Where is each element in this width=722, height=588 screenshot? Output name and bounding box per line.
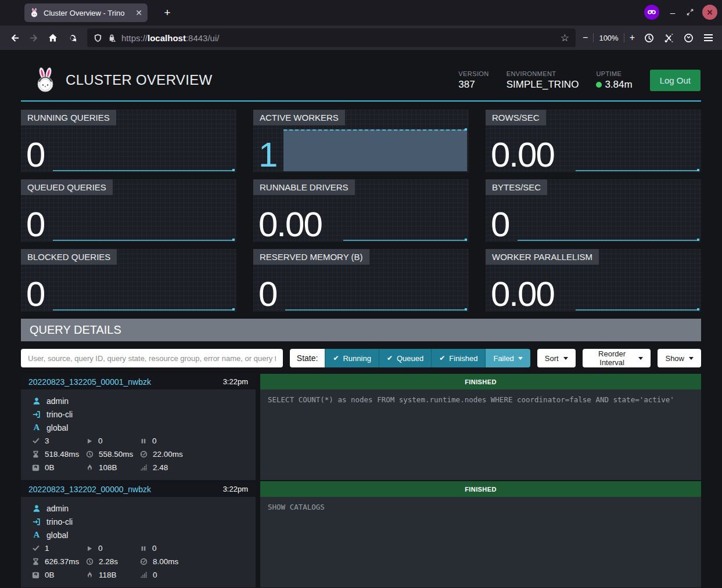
- browser-nav-bar: https://localhost:8443/ui/ ☆ − 100% +: [0, 26, 722, 50]
- zoom-level[interactable]: 100%: [599, 34, 618, 42]
- sparkline-marker: [465, 128, 467, 131]
- wall-time: 518.48ms: [32, 448, 86, 461]
- version-block: VERSION 387: [458, 70, 488, 91]
- state-filter-running[interactable]: ✔Running: [325, 349, 379, 367]
- environment-value: SIMPLE_TRINO: [507, 79, 579, 91]
- cpu-time: 22.00ms: [140, 448, 250, 461]
- query-row: 20220823_132202_00000_nwbzk 3:22pm FINIS…: [21, 481, 701, 587]
- reorder-interval-dropdown[interactable]: Reorder Interval: [583, 349, 651, 367]
- query-info-panel: admin trino-cli Aglobal 3 0 0 518.48ms 5…: [21, 389, 256, 480]
- query-sql-text: SHOW CATALOGS: [260, 497, 701, 587]
- query-user: admin: [46, 504, 69, 513]
- pocket-button[interactable]: [680, 30, 696, 46]
- divider: [593, 33, 594, 42]
- show-dropdown[interactable]: Show: [658, 349, 701, 367]
- state-filter-failed-dropdown[interactable]: Failed: [485, 349, 530, 367]
- window-minimize-button[interactable]: –: [667, 8, 678, 17]
- queued-splits: 0: [140, 542, 250, 555]
- stat-label: BLOCKED QUERIES: [21, 249, 117, 265]
- sparkline: [518, 240, 699, 241]
- check-icon: ✔: [439, 354, 445, 362]
- stat-card-worker-parallelism: WORKER PARALLELISM 0.00: [486, 249, 701, 312]
- query-resource-group: global: [46, 531, 68, 540]
- page-title: CLUSTER OVERVIEW: [66, 72, 212, 88]
- sparkline: [576, 170, 699, 171]
- wall-time: 626.37ms: [32, 555, 86, 568]
- query-status-badge: FINISHED: [260, 374, 701, 389]
- sort-dropdown[interactable]: Sort: [537, 349, 576, 367]
- clock-icon: [86, 558, 94, 565]
- screenshot-button[interactable]: [660, 30, 677, 46]
- trino-cluster-overview-page: CLUSTER OVERVIEW VERSION 387 ENVIRONMENT…: [0, 50, 722, 588]
- header-divider: [21, 100, 701, 102]
- sparkline-marker: [232, 308, 235, 311]
- clock-icon: [86, 450, 94, 458]
- chevron-down-icon: [689, 357, 694, 360]
- chevron-down-icon: [518, 357, 523, 360]
- queued-splits: 0: [140, 434, 250, 448]
- sparkline-marker: [232, 239, 235, 241]
- divider: [624, 33, 624, 42]
- back-button[interactable]: [6, 29, 23, 46]
- sparkline-area: [283, 129, 467, 171]
- query-id-link[interactable]: 20220823_132202_00000_nwbzk: [28, 485, 151, 494]
- query-time: 3:22pm: [223, 377, 248, 386]
- current-memory: 0B: [32, 568, 86, 582]
- cumulative-chart-icon: [140, 464, 148, 471]
- query-search-input[interactable]: [21, 349, 283, 367]
- stat-card-rows-sec: ROWS/SEC 0.00: [486, 110, 701, 172]
- query-user: admin: [46, 396, 69, 406]
- state-filter-queued[interactable]: ✔Queued: [379, 349, 431, 367]
- forward-button[interactable]: [25, 29, 42, 46]
- sparkline-marker: [697, 169, 699, 171]
- browser-tab-bar: Cluster Overview - Trino ✕ + – ✕: [0, 0, 722, 26]
- hourglass-icon: [32, 450, 39, 458]
- sparkline: [53, 240, 235, 241]
- url-bar[interactable]: https://localhost:8443/ui/ ☆: [87, 28, 576, 47]
- new-tab-button[interactable]: +: [159, 5, 175, 21]
- query-sql-text: SELECT COUNT(*) as nodes FROM system.run…: [260, 389, 701, 480]
- browser-tab[interactable]: Cluster Overview - Trino ✕: [24, 3, 148, 22]
- bookmark-star-icon[interactable]: ☆: [561, 32, 569, 44]
- home-button[interactable]: [44, 29, 62, 46]
- source-icon: [32, 410, 41, 419]
- resource-group-icon: A: [32, 530, 41, 540]
- stat-card-bytes-sec: BYTES/SEC 0: [486, 179, 701, 242]
- check-icon: ✔: [333, 354, 339, 362]
- zoom-out-button[interactable]: −: [583, 33, 588, 43]
- insecure-lock-icon[interactable]: [107, 34, 116, 42]
- url-text[interactable]: https://localhost:8443/ui/: [121, 33, 555, 43]
- check-icon: [32, 544, 39, 552]
- query-source: trino-cli: [46, 410, 73, 419]
- sparkline: [53, 309, 235, 311]
- stat-label: ROWS/SEC: [486, 110, 546, 125]
- scale-icon: [32, 464, 39, 471]
- tracking-shield-icon[interactable]: [94, 34, 102, 42]
- query-id-link[interactable]: 20220823_132205_00001_nwbzk: [28, 377, 151, 387]
- cumulative-memory: 0: [140, 568, 250, 582]
- hourglass-icon: [32, 558, 39, 565]
- tab-close-icon[interactable]: ✕: [135, 9, 142, 17]
- zoom-in-button[interactable]: +: [630, 33, 635, 43]
- window-close-button[interactable]: ✕: [702, 5, 717, 20]
- stat-card-runnable-drivers: RUNNABLE DRIVERS 0.00: [253, 179, 469, 242]
- sparkline: [576, 309, 699, 311]
- cumulative-memory: 2.48: [140, 461, 250, 474]
- pause-icon: [140, 545, 147, 552]
- menu-button[interactable]: [700, 30, 716, 46]
- completed-splits: 1: [32, 542, 86, 555]
- sparkline: [285, 309, 467, 311]
- query-header: 20220823_132202_00000_nwbzk 3:22pm: [21, 481, 256, 497]
- window-maximize-button[interactable]: [686, 8, 694, 16]
- environment-block: ENVIRONMENT SIMPLE_TRINO: [507, 70, 579, 91]
- uptime-label: UPTIME: [596, 70, 632, 77]
- reload-button[interactable]: [63, 29, 81, 46]
- stat-value: 0.00: [491, 276, 554, 313]
- private-mask-icon: [647, 8, 656, 17]
- peak-memory: 108B: [86, 461, 140, 474]
- fire-icon: [86, 464, 94, 471]
- logout-button[interactable]: Log Out: [650, 70, 701, 91]
- query-time: 3:22pm: [223, 485, 248, 493]
- state-filter-finished[interactable]: ✔Finished: [431, 349, 485, 367]
- history-button[interactable]: [641, 30, 657, 46]
